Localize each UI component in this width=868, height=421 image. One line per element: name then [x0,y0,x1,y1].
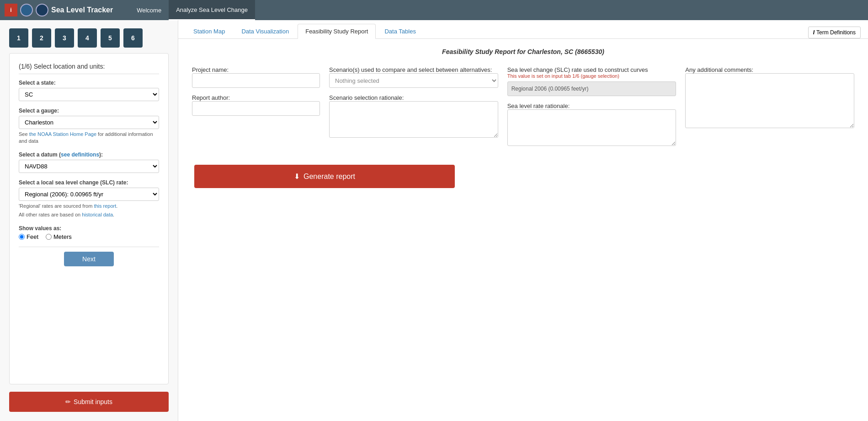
slc-rate-construct-label: Sea level change (SLC) rate used to cons… [507,66,648,73]
gauge-group: Select a gauge: Charleston Savannah Fort… [19,108,159,145]
report-author-group: Report author: [192,94,320,116]
report-author-input[interactable] [192,101,320,116]
meters-radio[interactable] [46,234,52,240]
content-area: Station Map Data Visualization Feasibili… [178,20,868,421]
report-author-label: Report author: [192,94,230,101]
noaa-logo-icon [20,4,33,16]
feet-label: Feet [27,233,38,240]
term-definitions-button[interactable]: I Term Definitions [808,27,861,38]
fsr-col1: Project name: Report author: [192,66,320,154]
noaa-help-text: See the NOAA Station Home Page for addit… [19,131,159,145]
slc-rate-construct-group: Sea level change (SLC) rate used to cons… [507,66,676,96]
regional-note-text1: 'Regional' rates are sourced from [19,203,94,209]
fsr-panel: Feasibility Study Report for Charleston,… [178,39,868,421]
historical-note: All other rates are based on historical … [19,211,159,218]
step-3-button[interactable]: 3 [55,28,74,48]
tab-feasibility-study-report[interactable]: Feasibility Study Report [298,24,376,39]
noaa-station-link[interactable]: the NOAA Station Home Page [29,131,96,137]
gauge-label: Select a gauge: [19,108,159,114]
main-layout: 1 2 3 4 5 6 (1/6) Select location and un… [0,20,868,421]
datum-definitions-link[interactable]: see definitions [61,151,99,158]
comments-label: Any additional comments: [685,66,753,73]
fsr-col2: Scenario(s) used to compare and select b… [329,66,498,154]
tab-data-tables[interactable]: Data Tables [377,24,423,38]
slc-rate-group: Select a local sea level change (SLC) ra… [19,179,159,219]
next-button[interactable]: Next [64,252,114,266]
tabs-bar: Station Map Data Visualization Feasibili… [178,20,868,39]
app-title: Sea Level Tracker [51,6,113,14]
analyze-nav-btn[interactable]: Analyze Sea Level Change [169,0,255,20]
tab-data-visualization[interactable]: Data Visualization [234,24,297,38]
units-radio-group: Feet Meters [19,233,159,240]
datum-label: Select a datum (see definitions): [19,151,159,158]
step-5-button[interactable]: 5 [101,28,120,48]
step-1-button[interactable]: 1 [9,28,28,48]
units-label: Show values as: [19,225,159,232]
logo-area: i Sea Level Tracker [5,4,122,16]
state-group: Select a state: SC ALAKCAFLGA HILAMAMDNC… [19,80,159,101]
this-report-link[interactable]: this report [94,203,116,209]
historical-data-link[interactable]: historical data [82,212,113,217]
scenario-rationale-label: Scenario selection rationale: [329,94,404,101]
generate-label: Generate report [304,173,355,181]
submit-label: Submit inputs [74,398,112,405]
sidebar-form: (1/6) Select location and units: Select … [9,53,169,384]
slc-rate-label: Select a local sea level change (SLC) ra… [19,179,159,186]
sidebar-divider [19,247,159,247]
units-group: Show values as: Feet Meters [19,225,159,240]
scenarios-group: Scenario(s) used to compare and select b… [329,66,498,88]
slc-rate-rationale-textarea[interactable] [507,109,676,146]
comments-group: Any additional comments: [685,66,854,130]
step-6-button[interactable]: 6 [123,28,143,48]
scenarios-select[interactable]: Nothing selected [329,73,498,88]
project-name-group: Project name: [192,66,320,88]
slc-rate-value: Regional 2006 (0.00965 feet/yr) [507,81,676,96]
scenario-rationale-textarea[interactable] [329,101,498,138]
left-sidebar: 1 2 3 4 5 6 (1/6) Select location and un… [0,20,178,421]
slc-rate-rationale-label: Sea level rate rationale: [507,103,570,109]
datum-select[interactable]: NAVD88 MLLW MSL MHW MHHW [19,160,159,173]
scenarios-label: Scenario(s) used to compare and select b… [329,66,492,73]
fsr-title: Feasibility Study Report for Charleston,… [192,48,854,55]
noaa-help-text1: See [19,131,29,137]
term-definitions-label: Term Definitions [816,29,856,36]
historical-note-end: . [113,212,114,217]
feet-radio-label[interactable]: Feet [19,233,38,240]
tab-station-map[interactable]: Station Map [186,24,233,38]
slc-rate-note: This value is set on input tab 1/6 (gaug… [507,73,676,79]
download-icon: ⬇ [294,172,300,181]
top-navigation: i Sea Level Tracker Welcome Analyze Sea … [0,0,868,20]
regional-note: 'Regional' rates are sourced from this r… [19,203,159,210]
secondary-logo-icon [36,4,48,16]
pencil-icon [65,398,71,405]
generate-report-button[interactable]: ⬇ Generate report [194,165,455,188]
step-buttons-row: 1 2 3 4 5 6 [0,20,178,53]
term-icon: I [813,29,815,36]
step-2-button[interactable]: 2 [32,28,51,48]
state-label: Select a state: [19,80,159,86]
comments-textarea[interactable] [685,73,854,128]
fsr-col4: Any additional comments: [685,66,854,154]
meters-radio-label[interactable]: Meters [46,233,72,240]
step-4-button[interactable]: 4 [78,28,97,48]
project-name-input[interactable] [192,73,320,88]
fsr-col3: Sea level change (SLC) rate used to cons… [507,66,676,154]
slc-rate-rationale-group: Sea level rate rationale: [507,103,676,147]
gauge-select[interactable]: Charleston Savannah Fort Pulaski Fernand… [19,116,159,129]
fsr-grid: Project name: Report author: Scenario(s)… [192,66,854,154]
submit-inputs-button[interactable]: Submit inputs [9,392,169,412]
feet-radio[interactable] [19,234,25,240]
usace-logo-icon: i [5,4,17,16]
scenario-rationale-group: Scenario selection rationale: [329,94,498,139]
historical-note-text1: All other rates are based on [19,212,82,217]
slc-rate-select[interactable]: Regional (2006): 0.00965 ft/yr Historica… [19,188,159,201]
welcome-nav-btn[interactable]: Welcome [129,0,169,20]
state-select[interactable]: SC ALAKCAFLGA HILAMAMDNC NYTXVAWA [19,88,159,101]
form-section-title: (1/6) Select location and units: [19,63,159,74]
regional-note-end: . [116,203,117,209]
meters-label: Meters [53,233,72,240]
project-name-label: Project name: [192,66,229,73]
generate-btn-wrapper: ⬇ Generate report [192,165,457,188]
datum-group: Select a datum (see definitions): NAVD88… [19,151,159,173]
